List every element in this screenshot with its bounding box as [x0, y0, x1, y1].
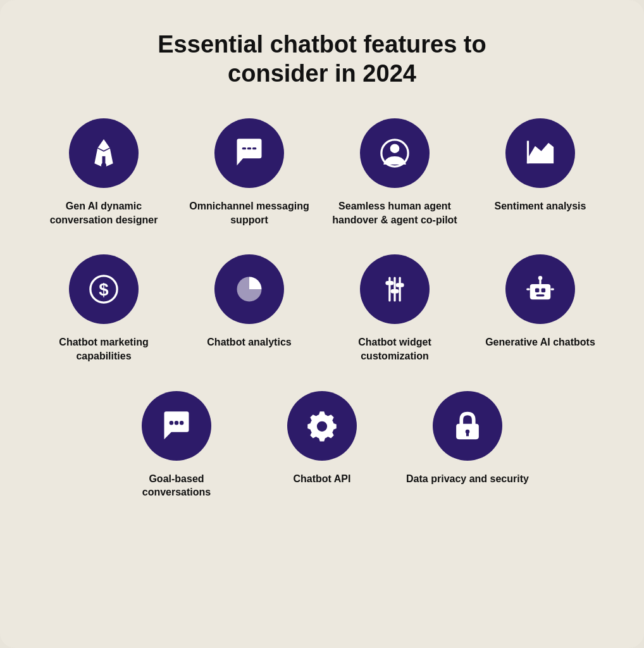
icon-circle-goal-based — [142, 391, 211, 461]
svg-point-28 — [180, 420, 184, 425]
svg-rect-15 — [385, 281, 393, 285]
feature-row-3: Goal-based conversations Chatbot API Dat… — [40, 391, 604, 499]
feature-item-widget: Chatbot widget customization — [331, 254, 458, 363]
svg-rect-20 — [542, 289, 546, 293]
svg-point-27 — [175, 420, 179, 425]
icon-circle-api — [287, 391, 357, 461]
feature-item-human-handover: Seamless human agent handover & agent co… — [331, 118, 458, 227]
icon-circle-marketing: $ — [69, 254, 139, 324]
svg-rect-2 — [242, 147, 247, 149]
feature-item-api: Chatbot API — [259, 391, 385, 499]
icon-circle-sentiment — [505, 118, 575, 188]
feature-row-1: Gen AI dynamic conversation designer Omn… — [40, 118, 604, 227]
svg-rect-7 — [527, 141, 529, 164]
svg-rect-25 — [550, 289, 554, 290]
feature-label-sentiment: Sentiment analysis — [495, 199, 586, 213]
feature-item-goal-based: Goal-based conversations — [113, 391, 240, 499]
svg-rect-14 — [399, 277, 401, 302]
feature-item-marketing: $ Chatbot marketing capabilities — [40, 254, 167, 363]
svg-rect-24 — [526, 289, 530, 290]
icon-circle-analytics — [214, 254, 284, 324]
icon-circle-privacy — [433, 391, 502, 461]
feature-item-analytics: Chatbot analytics — [186, 254, 313, 363]
svg-rect-17 — [396, 284, 404, 288]
feature-label-analytics: Chatbot analytics — [207, 335, 291, 349]
svg-marker-9 — [529, 143, 554, 161]
feature-label-marketing: Chatbot marketing capabilities — [40, 335, 167, 363]
svg-rect-18 — [530, 284, 551, 299]
feature-label-gen-ai-chatbots: Generative AI chatbots — [485, 335, 595, 349]
svg-rect-16 — [391, 289, 399, 294]
svg-rect-21 — [536, 295, 545, 297]
svg-point-6 — [390, 144, 400, 154]
svg-point-23 — [538, 276, 543, 280]
svg-point-26 — [170, 420, 174, 425]
icon-circle-human-handover — [360, 118, 430, 188]
svg-rect-32 — [466, 432, 469, 436]
feature-label-human-handover: Seamless human agent handover & agent co… — [331, 199, 458, 227]
svg-rect-8 — [527, 161, 554, 163]
feature-item-privacy: Data privacy and security — [404, 391, 531, 499]
icon-circle-omnichannel — [214, 118, 284, 188]
icon-circle-gen-ai-chatbots — [505, 254, 575, 324]
svg-point-29 — [317, 421, 327, 431]
svg-rect-3 — [247, 147, 252, 149]
feature-item-gen-ai: Gen AI dynamic conversation designer — [40, 118, 167, 227]
page-title: Essential chatbot features to consider i… — [132, 30, 512, 88]
feature-label-api: Chatbot API — [294, 472, 351, 486]
feature-label-goal-based: Goal-based conversations — [113, 472, 240, 499]
feature-label-privacy: Data privacy and security — [406, 472, 529, 486]
feature-label-omnichannel: Omnichannel messaging support — [186, 199, 313, 227]
feature-row-2: $ Chatbot marketing capabilities Chatbot… — [40, 254, 604, 363]
svg-rect-12 — [388, 277, 390, 302]
icon-circle-widget — [360, 254, 430, 324]
feature-label-widget: Chatbot widget customization — [331, 335, 458, 363]
svg-point-1 — [101, 163, 106, 168]
feature-item-omnichannel: Omnichannel messaging support — [186, 118, 313, 227]
icon-circle-gen-ai — [69, 118, 139, 188]
svg-text:$: $ — [99, 280, 108, 299]
svg-rect-19 — [535, 289, 540, 293]
feature-item-gen-ai-chatbots: Generative AI chatbots — [477, 254, 604, 363]
feature-item-sentiment: Sentiment analysis — [477, 118, 604, 227]
feature-label-gen-ai: Gen AI dynamic conversation designer — [40, 199, 167, 227]
svg-rect-4 — [252, 147, 257, 149]
main-card: Essential chatbot features to consider i… — [0, 0, 644, 648]
